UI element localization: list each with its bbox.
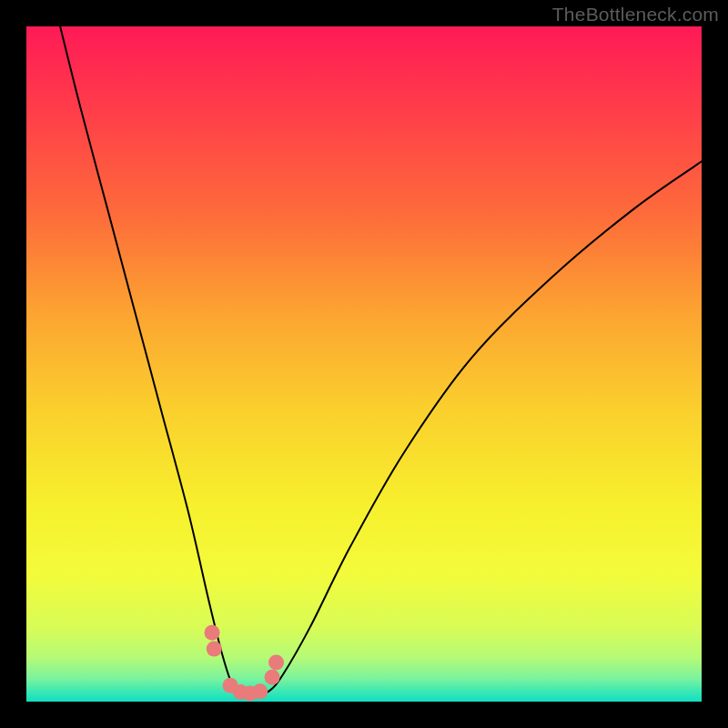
marker-dot [265, 670, 280, 685]
marker-dot [252, 683, 268, 699]
plot-area [26, 26, 702, 702]
marker-dot [207, 642, 222, 657]
marker-dot [268, 654, 284, 670]
watermark: TheBottleneck.com [552, 4, 719, 25]
chart-svg [26, 26, 702, 702]
gradient-background [26, 26, 702, 702]
marker-dot [205, 625, 220, 641]
